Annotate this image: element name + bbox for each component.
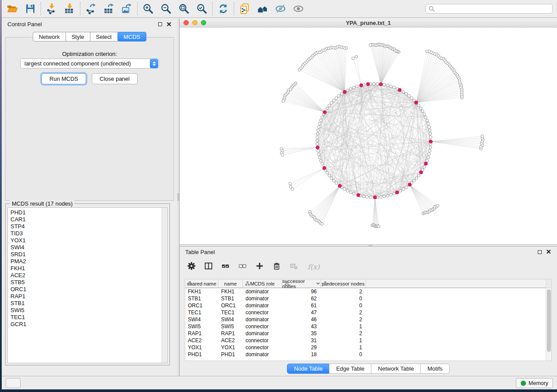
save-session-button[interactable] [24, 3, 36, 15]
mcds-result-item[interactable]: ORC1 [10, 286, 167, 293]
cell-successor_nodes[interactable]: 62 [282, 295, 321, 302]
cell-mcds_role[interactable]: connector [243, 337, 282, 344]
table-row[interactable]: SWI5SWI5connector431 [185, 323, 551, 330]
cell-mcds_role[interactable]: dominator [243, 316, 282, 323]
column-header-predecessor-nodes[interactable]: predecessor nodes [321, 279, 366, 288]
mcds-result-item[interactable]: PHD1 [10, 209, 167, 216]
cell-predecessor_nodes[interactable]: 2 [321, 316, 366, 323]
cell-mcds_role[interactable]: dominator [243, 288, 282, 295]
zoom-out-button[interactable] [160, 3, 172, 15]
mcds-result-item[interactable]: TID3 [10, 230, 167, 237]
cell-predecessor_nodes[interactable]: 0 [321, 351, 366, 358]
show-columns-button[interactable] [204, 262, 214, 272]
mcds-result-item[interactable]: PMA2 [10, 258, 167, 265]
refresh-layout-button[interactable] [217, 3, 229, 15]
zoom-selected-button[interactable] [196, 3, 208, 15]
mcds-result-item[interactable]: RAP1 [10, 293, 167, 300]
cell-predecessor_nodes[interactable]: 1 [321, 344, 366, 351]
scrollbar-thumb[interactable] [547, 289, 551, 352]
maximize-window-icon[interactable] [201, 20, 206, 25]
cell-predecessor_nodes[interactable]: 2 [321, 309, 366, 316]
cell-mcds_role[interactable]: connector [243, 344, 282, 351]
table-panel-float-icon[interactable] [538, 250, 542, 254]
task-history-button[interactable] [6, 378, 21, 388]
cell-predecessor_nodes[interactable]: 0 [321, 302, 366, 309]
mcds-result-list[interactable]: PHD1CAR1STP4TID3YOX1SWI4SRD1PMA2FKH1ACE2… [7, 207, 168, 363]
memory-button[interactable]: Memory [516, 378, 553, 388]
cell-mcds_role[interactable]: dominator [243, 330, 282, 337]
cell-successor_nodes[interactable]: 29 [282, 344, 321, 351]
cell-shared_name[interactable]: TEC1 [185, 309, 218, 316]
cell-shared_name[interactable]: SWI4 [185, 316, 218, 323]
cell-mcds_role[interactable]: dominator [243, 351, 282, 358]
add-column-button[interactable] [256, 262, 265, 272]
table-settings-button[interactable] [187, 262, 197, 272]
cell-predecessor_nodes[interactable]: 2 [321, 288, 366, 295]
search-input[interactable] [437, 6, 550, 12]
cell-successor_nodes[interactable]: 31 [282, 337, 321, 344]
import-network-button[interactable] [45, 3, 58, 15]
export-table-button[interactable] [103, 3, 115, 15]
table-panel-close-icon[interactable]: ✕ [546, 250, 551, 254]
tab-network-table[interactable]: Network Table [371, 364, 421, 374]
tab-motifs[interactable]: Motifs [420, 364, 450, 374]
mcds-result-item[interactable]: ACE2 [10, 272, 167, 279]
cell-name[interactable]: FKH1 [218, 288, 243, 295]
cell-shared_name[interactable]: RAP1 [185, 330, 218, 337]
column-header-name[interactable]: name [218, 279, 243, 288]
cell-shared_name[interactable]: FKH1 [185, 288, 218, 295]
cell-successor_nodes[interactable]: 18 [282, 351, 321, 358]
cell-shared_name[interactable]: ORC1 [185, 302, 218, 309]
cell-shared_name[interactable]: ACE2 [185, 337, 218, 344]
table-row[interactable]: STB1STB1dominator620 [185, 295, 551, 302]
cell-predecessor_nodes[interactable]: 1 [321, 323, 366, 330]
table-row[interactable]: PHD1PHD1dominator180 [185, 351, 551, 358]
select-all-button[interactable] [221, 262, 231, 272]
control-panel-float-icon[interactable] [158, 22, 162, 26]
close-mcds-panel-button[interactable]: Close panel [92, 73, 138, 84]
mcds-list-scrollbar[interactable] [162, 208, 167, 363]
open-file-button[interactable] [6, 3, 18, 15]
cell-name[interactable]: ORC1 [218, 302, 243, 309]
cell-shared_name[interactable]: PHD1 [185, 351, 218, 358]
cell-name[interactable]: RAP1 [218, 330, 243, 337]
run-mcds-button[interactable]: Run MCDS [42, 73, 86, 84]
cell-mcds_role[interactable]: dominator [243, 295, 282, 302]
minimize-window-icon[interactable] [192, 20, 197, 25]
column-header-shared-name[interactable]: shared name [185, 279, 218, 288]
cell-successor_nodes[interactable]: 35 [282, 330, 321, 337]
export-network-button[interactable] [85, 3, 97, 15]
hide-selected-button[interactable] [274, 3, 287, 15]
zoom-fit-button[interactable] [178, 3, 190, 15]
table-row[interactable]: ACE2ACE2connector311 [185, 337, 551, 344]
cell-shared_name[interactable]: SWI5 [185, 323, 218, 330]
cell-successor_nodes[interactable]: 47 [282, 309, 321, 316]
clone-network-button[interactable] [239, 3, 251, 15]
cell-name[interactable]: STB1 [218, 295, 243, 302]
column-header-MCDS-role[interactable]: MCDS role [243, 279, 282, 288]
cell-name[interactable]: PHD1 [218, 351, 243, 358]
column-header-successor-nodes[interactable]: successor nodes [282, 279, 321, 288]
cell-predecessor_nodes[interactable]: 1 [321, 337, 366, 344]
import-table-button[interactable] [63, 3, 76, 15]
close-window-icon[interactable] [183, 20, 189, 25]
tab-network[interactable]: Network [33, 32, 66, 41]
cell-shared_name[interactable]: STB1 [185, 295, 218, 302]
network-canvas[interactable] [180, 28, 557, 244]
mcds-result-item[interactable]: STB5 [10, 279, 167, 286]
table-row[interactable]: TEC1TEC1connector472 [185, 309, 551, 316]
table-row[interactable]: ORC1ORC1dominator610 [185, 302, 551, 309]
mcds-result-item[interactable]: GCR1 [10, 321, 167, 328]
table-row[interactable]: SWI4SWI4dominator462 [185, 316, 551, 323]
cell-successor_nodes[interactable]: 96 [282, 288, 321, 295]
cell-name[interactable]: SWI4 [218, 316, 243, 323]
zoom-in-button[interactable] [142, 3, 154, 15]
cell-successor_nodes[interactable]: 46 [282, 316, 321, 323]
table-row[interactable]: YOX1YOX1connector291 [185, 344, 551, 351]
cell-name[interactable]: YOX1 [218, 344, 243, 351]
cell-successor_nodes[interactable]: 43 [282, 323, 321, 330]
cell-successor_nodes[interactable]: 61 [282, 302, 321, 309]
cell-predecessor_nodes[interactable]: 2 [321, 330, 366, 337]
control-panel-close-icon[interactable]: ✕ [166, 22, 172, 27]
mcds-result-item[interactable]: TEC1 [10, 314, 167, 321]
